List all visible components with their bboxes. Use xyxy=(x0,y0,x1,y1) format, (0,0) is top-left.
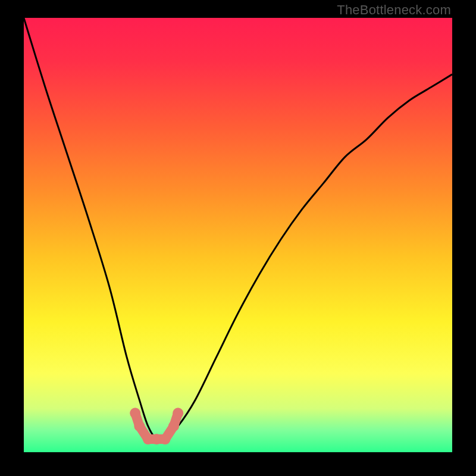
marker-dot xyxy=(168,421,179,431)
bottleneck-curve xyxy=(24,18,452,441)
plot-area xyxy=(24,18,452,452)
chart-frame: TheBottleneck.com xyxy=(0,0,476,476)
marker-dot xyxy=(160,434,171,444)
marker-dot xyxy=(130,408,140,418)
watermark-text: TheBottleneck.com xyxy=(337,2,451,18)
marker-dot xyxy=(134,421,145,431)
highlight-markers xyxy=(130,408,183,444)
chart-svg xyxy=(24,18,452,452)
marker-dot xyxy=(173,408,183,418)
